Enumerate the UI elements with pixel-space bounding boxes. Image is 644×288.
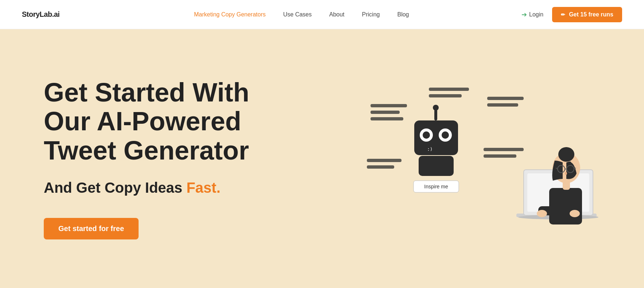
hero-subtitle: And Get Copy Ideas Fast. bbox=[44, 180, 263, 196]
svg-point-31 bbox=[562, 148, 571, 157]
svg-rect-10 bbox=[367, 165, 394, 169]
svg-rect-6 bbox=[487, 103, 518, 107]
svg-rect-2 bbox=[371, 117, 403, 120]
svg-rect-4 bbox=[429, 94, 462, 97]
svg-rect-19 bbox=[419, 156, 454, 176]
svg-rect-8 bbox=[484, 154, 516, 158]
hero-illustration: :) Inspire me bbox=[363, 68, 600, 250]
nav-blog[interactable]: Blog bbox=[397, 11, 409, 18]
svg-rect-5 bbox=[487, 97, 524, 100]
hero-cta-button[interactable]: Get started for free bbox=[44, 218, 139, 239]
hero-section: Get Started With Our AI-Powered Tweet Ge… bbox=[0, 29, 644, 288]
login-label: Login bbox=[529, 11, 543, 18]
navbar-right: ➔ Login ✏ Get 15 free runs bbox=[521, 7, 622, 22]
pen-icon: ✏ bbox=[561, 12, 565, 18]
svg-point-17 bbox=[442, 131, 449, 139]
svg-point-39 bbox=[570, 210, 580, 217]
nav-use-cases[interactable]: Use Cases bbox=[283, 11, 311, 18]
hero-subtitle-highlight: Fast. bbox=[186, 180, 220, 196]
nav-pricing[interactable]: Pricing bbox=[362, 11, 380, 18]
svg-rect-9 bbox=[367, 159, 401, 162]
svg-point-12 bbox=[433, 105, 439, 111]
svg-text::): :) bbox=[427, 146, 433, 152]
svg-rect-1 bbox=[371, 111, 400, 114]
hero-subtitle-prefix: And Get Copy Ideas bbox=[44, 180, 186, 196]
illustration-svg: :) Inspire me bbox=[363, 68, 600, 250]
login-link[interactable]: ➔ Login bbox=[521, 11, 543, 19]
svg-point-38 bbox=[537, 210, 547, 217]
nav-marketing-copy[interactable]: Marketing Copy Generators bbox=[194, 11, 266, 18]
inspire-label: Inspire me bbox=[424, 184, 448, 189]
nav-links: Marketing Copy Generators Use Cases Abou… bbox=[81, 11, 521, 18]
svg-point-15 bbox=[423, 131, 430, 139]
svg-point-37 bbox=[565, 172, 567, 175]
logo[interactable]: StoryLab.ai bbox=[22, 10, 59, 19]
nav-about[interactable]: About bbox=[329, 11, 345, 18]
svg-rect-0 bbox=[371, 104, 407, 107]
hero-title: Get Started With Our AI-Powered Tweet Ge… bbox=[44, 78, 263, 165]
login-icon: ➔ bbox=[521, 11, 527, 19]
svg-rect-7 bbox=[484, 148, 524, 151]
get-free-runs-button[interactable]: ✏ Get 15 free runs bbox=[552, 7, 622, 22]
navbar: StoryLab.ai Marketing Copy Generators Us… bbox=[0, 0, 644, 29]
cta-label: Get 15 free runs bbox=[569, 11, 613, 18]
svg-rect-3 bbox=[429, 88, 469, 91]
svg-rect-11 bbox=[434, 110, 437, 120]
hero-text: Get Started With Our AI-Powered Tweet Ge… bbox=[44, 78, 263, 239]
